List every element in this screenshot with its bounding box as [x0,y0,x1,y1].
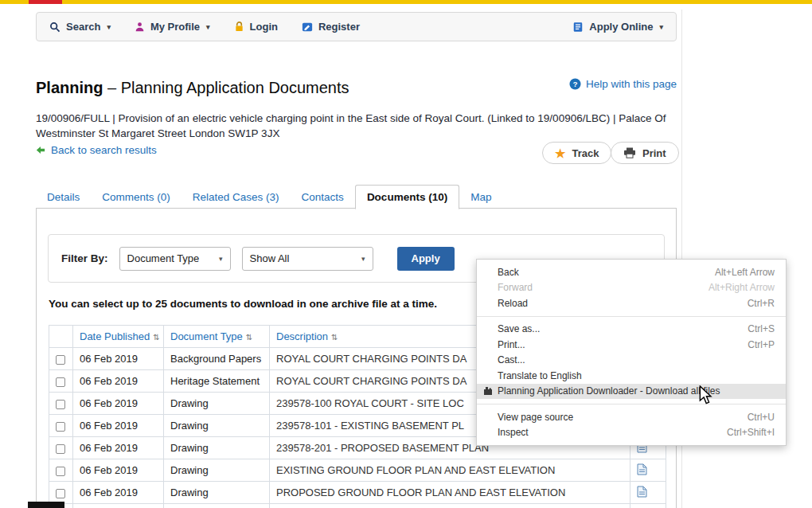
register-icon [302,21,313,33]
help-link[interactable]: ? Help with this page [569,78,677,90]
menu-item-label: Print... [498,339,525,350]
printer-icon [623,147,636,158]
menu-item-label: Inspect [498,427,529,438]
context-menu-item[interactable]: Print...Ctrl+P [477,337,786,353]
track-button-label: Track [572,147,599,159]
top-accent-bar [0,0,812,4]
checkbox-cell [49,459,73,482]
checkbox-cell [49,437,73,459]
context-menu-item[interactable]: View page sourceCtrl+U [477,409,786,425]
view-document-icon[interactable] [637,463,647,475]
help-icon: ? [569,78,581,90]
row-checkbox[interactable] [56,377,65,387]
nav-login[interactable]: Login [234,21,278,33]
help-link-label: Help with this page [586,78,677,90]
page-title-subtitle: – Planning Application Documents [107,79,349,96]
row-checkbox[interactable] [56,355,65,365]
search-icon [49,21,61,33]
context-menu-item: ForwardAlt+Right Arrow [477,280,786,296]
header-description-label: Description [276,330,328,342]
date-cell: 06 Feb 2019 [73,415,164,437]
document-type-cell [164,504,270,508]
nav-register-label: Register [318,21,360,33]
date-cell: 06 Feb 2019 [73,348,164,370]
header-date-published-label: Date Published [80,330,150,342]
context-menu-item[interactable]: BackAlt+Left Arrow [477,264,786,280]
checkbox-cell [49,370,73,393]
row-checkbox[interactable] [56,489,65,498]
context-menu-item[interactable]: Translate to English [477,368,786,384]
menu-item-shortcut: Alt+Right Arrow [709,282,775,293]
header-document-type[interactable]: Document Type⇅ [164,326,270,348]
tab-map[interactable]: Map [459,186,502,209]
track-button[interactable]: ★ Track [542,142,611,164]
filter-by-label: Filter By: [61,252,108,264]
dark-strip [28,502,64,508]
row-checkbox[interactable] [56,400,65,409]
menu-item-label: Reload [498,298,528,309]
tab-contacts[interactable]: Contacts [291,186,355,209]
document-type-cell: Drawing [164,482,270,504]
description-cell [270,504,630,508]
nav-apply-online-label: Apply Online [589,21,653,33]
menu-item-label: Save as... [498,323,540,334]
tab-comments[interactable]: Comments (0) [91,186,182,209]
profile-icon [135,21,145,32]
header-date-published[interactable]: Date Published⇅ [73,326,164,348]
chevron-down-icon: ▾ [659,23,663,31]
chevron-down-icon: ▾ [361,255,365,263]
print-button[interactable]: Print [611,142,679,164]
show-all-select-value: Show All [250,252,290,264]
padlock-icon [234,21,244,33]
view-document-icon[interactable] [637,486,647,498]
menu-item-shortcut: Ctrl+U [748,412,775,423]
menu-item-shortcut: Alt+Left Arrow [715,267,775,278]
nav-my-profile[interactable]: My Profile ▾ [135,21,210,33]
back-to-search-link[interactable]: Back to search results [36,144,157,156]
context-menu-item[interactable]: InspectCtrl+Shift+I [477,425,786,441]
document-type-cell: Heritage Statement [164,370,270,393]
context-menu-item[interactable]: ReloadCtrl+R [477,295,786,311]
date-cell: 06 Feb 2019 [73,437,164,459]
row-checkbox[interactable] [56,467,65,476]
tabs: Details Comments (0) Related Cases (3) C… [36,184,502,209]
document-type-select-value: Document Type [127,252,200,264]
tab-details[interactable]: Details [36,186,91,209]
nav-search[interactable]: Search ▾ [49,21,111,33]
show-all-select[interactable]: Show All ▾ [242,247,373,271]
nav-register[interactable]: Register [302,21,360,33]
document-type-cell: Drawing [164,459,270,482]
date-cell: 06 Feb 2019 [73,482,164,504]
sort-icon: ⇅ [153,333,159,342]
chevron-down-icon: ▾ [107,23,111,31]
row-checkbox[interactable] [56,444,65,454]
view-cell [630,482,666,504]
context-menu-item[interactable]: Save as...Ctrl+S [477,322,786,338]
menu-separator [477,404,786,404]
top-accent-red [29,0,62,4]
menu-item-label: View page source [498,412,573,423]
date-cell: 06 Feb 2019 [73,370,164,393]
apply-button[interactable]: Apply [397,247,455,271]
nav-search-label: Search [66,21,100,33]
checkbox-cell [49,415,73,437]
back-link-label: Back to search results [51,144,157,156]
nav-apply-online[interactable]: Apply Online ▾ [572,21,663,33]
header-document-type-label: Document Type [170,330,243,342]
sort-icon: ⇅ [246,333,252,342]
date-cell: 06 Feb 2019 [73,393,164,415]
menu-item-label: Translate to English [498,370,582,381]
header-checkbox-cell [49,326,73,348]
context-menu-item[interactable]: Cast... [477,353,786,369]
menu-item-shortcut: Ctrl+R [748,298,775,309]
checkbox-cell [49,482,73,504]
document-type-select[interactable]: Document Type ▾ [119,247,231,271]
star-icon: ★ [555,147,565,159]
page-title-section: Planning [36,79,103,96]
tab-related-cases[interactable]: Related Cases (3) [182,186,291,209]
context-menu-item[interactable]: Planning Application Downloader - Downlo… [477,384,786,400]
tab-documents[interactable]: Documents (10) [355,185,459,209]
row-checkbox[interactable] [56,422,65,432]
table-row: 06 Feb 2019DrawingEXISTING GROUND FLOOR … [49,459,666,482]
apply-online-icon [572,21,584,33]
